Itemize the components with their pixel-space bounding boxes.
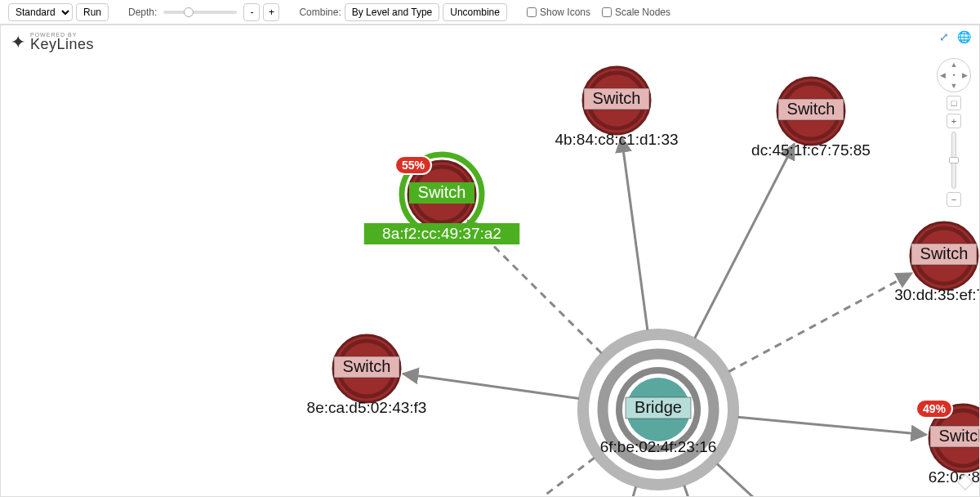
svg-line-6 xyxy=(738,417,927,435)
run-button[interactable]: Run xyxy=(76,3,109,21)
node-mac-label: 30:dd:35:ef:71 xyxy=(894,286,979,303)
depth-slider[interactable] xyxy=(163,11,237,14)
node-type-label: Switch xyxy=(920,244,969,262)
node-sw3[interactable]: Switch30:dd:35:ef:71 xyxy=(894,222,979,303)
fit-button[interactable]: □ xyxy=(947,96,961,110)
depth-minus-button[interactable]: - xyxy=(243,3,260,21)
combine-label: Combine: xyxy=(299,7,341,18)
node-mac-label: 8e:ca:d5:02:43:f3 xyxy=(307,399,427,416)
svg-line-7 xyxy=(403,374,579,398)
svg-line-11 xyxy=(684,486,711,496)
depth-label: Depth: xyxy=(128,7,157,18)
pan-control[interactable]: ▲▼ ◀▶ • xyxy=(937,58,971,92)
zoom-slider[interactable] xyxy=(951,132,956,189)
svg-line-5 xyxy=(728,273,911,371)
node-mac-label: 8a:f2:cc:49:37:a2 xyxy=(382,225,501,242)
uncombine-button[interactable]: Uncombine xyxy=(443,3,507,21)
node-type-label: Switch xyxy=(593,89,641,107)
svg-line-3 xyxy=(621,137,648,330)
show-icons-checkbox[interactable]: Show Icons xyxy=(527,7,590,18)
svg-text:49%: 49% xyxy=(923,402,947,415)
node-type-label: Switch xyxy=(418,183,466,201)
svg-line-10 xyxy=(613,486,636,496)
node-type-label: Bridge xyxy=(635,398,682,416)
zoom-in-button[interactable]: + xyxy=(947,114,961,128)
node-sw2[interactable]: Switchdc:45:1f:c7:75:85 xyxy=(751,78,871,159)
zoom-out-button[interactable]: − xyxy=(947,192,961,207)
scale-nodes-checkbox[interactable]: Scale Nodes xyxy=(602,7,670,18)
svg-line-12 xyxy=(717,463,817,496)
node-type-label: Switch xyxy=(939,427,979,445)
combine-button[interactable]: By Level and Type xyxy=(345,3,440,21)
node-mac-label: dc:45:1f:c7:75:85 xyxy=(751,141,871,159)
depth-plus-button[interactable]: + xyxy=(263,3,279,21)
node-mac-label: 6f:be:02:4f:23:16 xyxy=(600,438,717,455)
node-sw6[interactable]: Switch8a:f2:cc:49:37:a255% xyxy=(364,154,520,244)
graph-svg: Bridge6f:be:02:4f:23:16Switch4b:84:c8:c1… xyxy=(1,25,979,496)
node-type-label: Switch xyxy=(787,100,835,118)
node-type-label: Switch xyxy=(343,357,391,375)
toolbar: Standard Run Depth: - + Combine: By Leve… xyxy=(0,0,980,25)
node-mac-label: 4b:84:c8:c1:d1:33 xyxy=(555,131,678,148)
mode-select[interactable]: Standard xyxy=(8,3,73,21)
node-sw1[interactable]: Switch4b:84:c8:c1:d1:33 xyxy=(555,67,678,148)
svg-line-4 xyxy=(695,144,795,338)
graph-canvas[interactable]: ✦ POWERED BY KeyLines ⤢ 🌐 Bridge6f:be:02… xyxy=(0,25,980,497)
svg-line-9 xyxy=(474,458,595,496)
svg-text:55%: 55% xyxy=(402,159,425,172)
nav-controls: ▲▼ ◀▶ • □ + − xyxy=(937,58,971,207)
node-sw4[interactable]: Switch62:0e:8f:649% xyxy=(916,400,979,486)
